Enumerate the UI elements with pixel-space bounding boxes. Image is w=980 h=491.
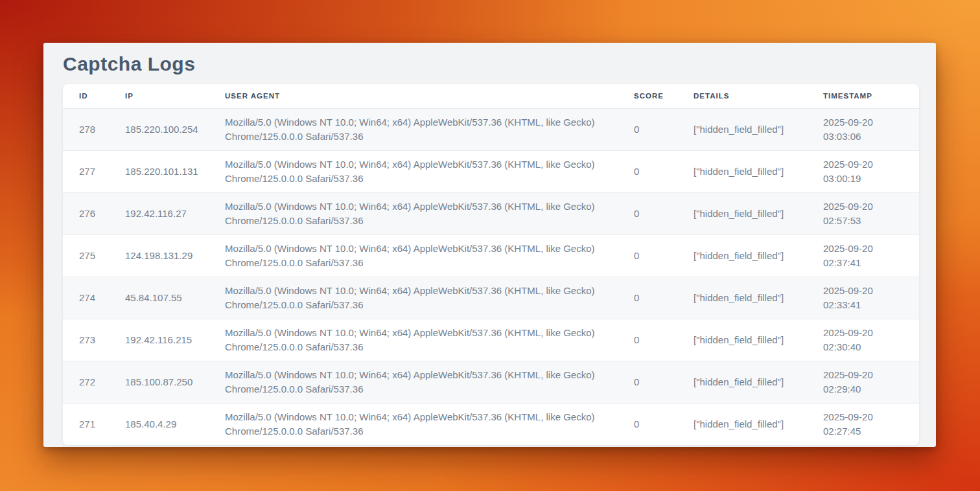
cell-timestamp: 2025-09-20 02:30:40: [823, 319, 919, 361]
cell-details: ["hidden_field_filled"]: [694, 108, 823, 150]
cell-ip: 185.220.101.131: [125, 150, 225, 192]
captcha-logs-card: Captcha Logs ID IP USER AGENT SCORE DETA…: [43, 43, 936, 447]
column-header-id: ID: [63, 84, 125, 108]
cell-user-agent: Mozilla/5.0 (Windows NT 10.0; Win64; x64…: [225, 277, 634, 319]
cell-score: 0: [634, 361, 694, 403]
table-row: 278 185.220.100.254 Mozilla/5.0 (Windows…: [63, 108, 919, 150]
column-header-user-agent: USER AGENT: [225, 84, 634, 108]
table-row: 275 124.198.131.29 Mozilla/5.0 (Windows …: [63, 234, 919, 277]
cell-id: 273: [63, 319, 125, 361]
cell-score: 0: [634, 277, 694, 319]
cell-user-agent: Mozilla/5.0 (Windows NT 10.0; Win64; x64…: [225, 319, 634, 361]
cell-id: 271: [63, 403, 125, 445]
cell-timestamp: 2025-09-20 03:03:06: [823, 108, 919, 150]
logs-table-container[interactable]: ID IP USER AGENT SCORE DETAILS TIMESTAMP…: [63, 84, 919, 445]
page-background: { "page": { "title": "Captcha Logs" }, "…: [0, 0, 980, 491]
cell-timestamp: 2025-09-20 02:37:41: [823, 234, 919, 277]
cell-details: ["hidden_field_filled"]: [694, 277, 823, 319]
cell-user-agent: Mozilla/5.0 (Windows NT 10.0; Win64; x64…: [225, 234, 634, 277]
cell-timestamp: 2025-09-20 02:27:45: [823, 403, 919, 445]
cell-id: 276: [63, 192, 125, 234]
table-row: 277 185.220.101.131 Mozilla/5.0 (Windows…: [63, 150, 919, 192]
column-header-details: DETAILS: [694, 84, 823, 108]
cell-id: 274: [63, 277, 125, 319]
column-header-ip: IP: [125, 84, 225, 108]
cell-user-agent: Mozilla/5.0 (Windows NT 10.0; Win64; x64…: [225, 403, 634, 445]
cell-score: 0: [634, 108, 694, 150]
cell-id: 278: [63, 108, 125, 150]
cell-user-agent: Mozilla/5.0 (Windows NT 10.0; Win64; x64…: [225, 150, 634, 192]
cell-ip: 185.40.4.29: [125, 403, 225, 445]
cell-ip: 192.42.116.27: [125, 192, 225, 234]
cell-score: 0: [634, 150, 694, 192]
cell-details: ["hidden_field_filled"]: [694, 234, 823, 277]
cell-details: ["hidden_field_filled"]: [694, 150, 823, 192]
cell-user-agent: Mozilla/5.0 (Windows NT 10.0; Win64; x64…: [225, 108, 634, 150]
cell-ip: 124.198.131.29: [125, 234, 225, 277]
cell-score: 0: [634, 403, 694, 445]
cell-timestamp: 2025-09-20 03:00:19: [823, 150, 919, 192]
cell-score: 0: [634, 319, 694, 361]
table-row: 273 192.42.116.215 Mozilla/5.0 (Windows …: [63, 319, 919, 361]
cell-user-agent: Mozilla/5.0 (Windows NT 10.0; Win64; x64…: [225, 192, 634, 234]
cell-ip: 185.100.87.250: [125, 361, 225, 403]
cell-ip: 45.84.107.55: [125, 277, 225, 319]
logs-table: ID IP USER AGENT SCORE DETAILS TIMESTAMP…: [63, 84, 919, 445]
page-title: Captcha Logs: [63, 53, 916, 75]
cell-score: 0: [634, 234, 694, 277]
table-row: 276 192.42.116.27 Mozilla/5.0 (Windows N…: [63, 192, 919, 234]
cell-score: 0: [634, 192, 694, 234]
cell-id: 275: [63, 234, 125, 277]
column-header-timestamp: TIMESTAMP: [823, 84, 919, 108]
table-header-row: ID IP USER AGENT SCORE DETAILS TIMESTAMP: [63, 84, 919, 108]
table-row: 271 185.40.4.29 Mozilla/5.0 (Windows NT …: [63, 403, 919, 445]
cell-details: ["hidden_field_filled"]: [694, 361, 823, 403]
table-row: 272 185.100.87.250 Mozilla/5.0 (Windows …: [63, 361, 919, 403]
cell-ip: 192.42.116.215: [125, 319, 225, 361]
cell-id: 277: [63, 150, 125, 192]
cell-timestamp: 2025-09-20 02:57:53: [823, 192, 919, 234]
table-row: 274 45.84.107.55 Mozilla/5.0 (Windows NT…: [63, 277, 919, 319]
cell-user-agent: Mozilla/5.0 (Windows NT 10.0; Win64; x64…: [225, 361, 634, 403]
cell-details: ["hidden_field_filled"]: [694, 192, 823, 234]
cell-id: 272: [63, 361, 125, 403]
cell-timestamp: 2025-09-20 02:29:40: [823, 361, 919, 403]
cell-timestamp: 2025-09-20 02:33:41: [823, 277, 919, 319]
column-header-score: SCORE: [634, 84, 694, 108]
cell-details: ["hidden_field_filled"]: [694, 319, 823, 361]
cell-details: ["hidden_field_filled"]: [694, 403, 823, 445]
cell-ip: 185.220.100.254: [125, 108, 225, 150]
